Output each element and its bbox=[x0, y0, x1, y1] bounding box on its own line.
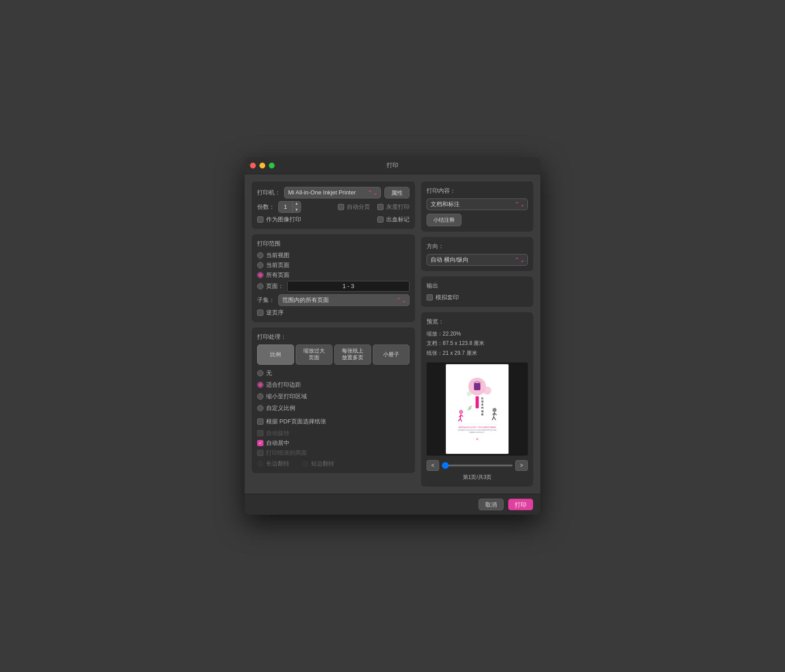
printer-row: 打印机： Mi All-in-One Inkjet Printer ⌃⌄ 属性 bbox=[257, 187, 410, 198]
content-select[interactable]: 文档和标注 bbox=[427, 198, 528, 210]
tab-booklet[interactable]: 小册子 bbox=[373, 345, 410, 365]
preview-image: 欢 迎 来 到 福 斯 bbox=[427, 362, 528, 456]
right-panel: 打印内容： 文档和标注 ⌃⌄ 小结注释 方向： 自动 横向/纵向 ⌃⌄ bbox=[421, 181, 533, 487]
svg-text:感谢您如全球6.5亿用户一样信任福昕PDF编辑器: 感谢您如全球6.5亿用户一样信任福昕PDF编辑器 bbox=[458, 426, 496, 428]
svg-text:问题,重施工作效率保住活。: 问题,重施工作效率保住活。 bbox=[469, 432, 486, 434]
range-pages-label: 页面： bbox=[266, 282, 284, 290]
svg-point-5 bbox=[467, 392, 472, 396]
size-none-label: 无 bbox=[266, 369, 272, 377]
maximize-button[interactable] bbox=[269, 163, 275, 168]
range-current-view[interactable]: 当前视图 bbox=[257, 251, 410, 259]
svg-text:斯: 斯 bbox=[481, 413, 484, 416]
pdf-page-size-checkbox bbox=[257, 418, 263, 425]
printer-label: 打印机： bbox=[257, 189, 280, 197]
reverse-order-checkbox bbox=[257, 310, 263, 316]
minimize-button[interactable] bbox=[259, 163, 265, 168]
grayscale-label: 灰度打印 bbox=[386, 203, 410, 211]
auto-rotate-wrapper[interactable]: 自动旋转 bbox=[257, 429, 410, 437]
range-current-page[interactable]: 当前页面 bbox=[257, 261, 410, 269]
svg-point-19 bbox=[492, 408, 496, 412]
properties-button[interactable]: 属性 bbox=[384, 187, 410, 198]
size-none-wrapper[interactable]: 无 bbox=[257, 369, 410, 377]
close-button[interactable] bbox=[250, 163, 256, 168]
size-custom-wrapper[interactable]: 自定义比例 bbox=[257, 404, 410, 412]
pages-input[interactable] bbox=[287, 281, 410, 292]
prev-page-button[interactable]: < bbox=[427, 460, 439, 471]
edge-flip-row: 长边翻转 短边翻转 bbox=[257, 460, 410, 468]
range-all-pages[interactable]: 所有页面 bbox=[257, 271, 410, 279]
print-range-title: 打印范围 bbox=[257, 240, 410, 248]
range-all-pages-radio bbox=[257, 272, 263, 278]
print-content-section: 打印内容： 文档和标注 ⌃⌄ 小结注释 bbox=[421, 181, 533, 232]
both-sides-label: 打印纸张的两面 bbox=[266, 449, 307, 457]
pages-row: 页面： bbox=[257, 281, 410, 292]
traffic-lights bbox=[250, 163, 275, 168]
direction-label: 方向： bbox=[427, 242, 528, 250]
long-edge-label: 长边翻转 bbox=[266, 460, 289, 468]
print-process-section: 打印处理： 比例 缩放过大 页面 每张纸上 放置多页 小册子 无 适合打印边距 bbox=[252, 327, 415, 473]
subset-select[interactable]: 范围内的所有页面 bbox=[278, 294, 410, 306]
auto-collate-checkbox-wrapper[interactable]: 自动分页 bbox=[338, 203, 370, 211]
svg-text:到: 到 bbox=[481, 407, 483, 409]
size-fit-wrapper[interactable]: 适合打印边距 bbox=[257, 381, 410, 389]
auto-rotate-checkbox bbox=[257, 430, 263, 436]
auto-collate-checkbox bbox=[338, 204, 344, 210]
reverse-order-wrapper[interactable]: 逆页序 bbox=[257, 309, 410, 317]
svg-text:您和编辑器可以轻松应对日常工作需求,快速解决PDF文档方面的: 您和编辑器可以轻松应对日常工作需求,快速解决PDF文档方面的 bbox=[457, 429, 496, 431]
zoom-label: 缩放： bbox=[427, 331, 443, 337]
print-dialog: 打印 打印机： Mi All-in-One Inkjet Printer ⌃⌄ … bbox=[245, 157, 540, 515]
copies-increment[interactable]: ▲ bbox=[293, 201, 301, 207]
preview-svg: 欢 迎 来 到 福 斯 bbox=[446, 370, 509, 450]
tab-multiple-pages[interactable]: 每张纸上 放置多页 bbox=[334, 345, 371, 365]
short-edge-wrapper[interactable]: 短边翻转 bbox=[302, 460, 334, 468]
window-title: 打印 bbox=[387, 161, 398, 169]
print-button[interactable]: 打印 bbox=[508, 499, 533, 510]
both-sides-checkbox bbox=[257, 450, 263, 456]
long-edge-radio bbox=[257, 461, 263, 467]
print-process-title: 打印处理： bbox=[257, 333, 410, 341]
print-content-label: 打印内容： bbox=[427, 187, 528, 195]
subset-row: 子集： 范围内的所有页面 ⌃⌄ bbox=[257, 294, 410, 306]
doc-value: 87.5 x 123.8 厘米 bbox=[443, 340, 484, 346]
range-all-pages-label: 所有页面 bbox=[266, 271, 289, 279]
size-options: 无 适合打印边距 缩小至打印区域 自定义比例 bbox=[257, 369, 410, 414]
grayscale-checkbox bbox=[377, 204, 384, 210]
paper-value: 21 x 29.7 厘米 bbox=[443, 350, 477, 356]
tab-oversized[interactable]: 缩放过大 页面 bbox=[296, 345, 332, 365]
printer-select-wrapper: Mi All-in-One Inkjet Printer ⌃⌄ bbox=[284, 187, 381, 198]
print-as-image-checkbox bbox=[257, 216, 263, 223]
process-tab-group: 比例 缩放过大 页面 每张纸上 放置多页 小册子 bbox=[257, 345, 410, 365]
copies-decrement[interactable]: ▼ bbox=[293, 207, 301, 213]
both-sides-wrapper[interactable]: 打印纸张的两面 bbox=[257, 449, 410, 457]
doc-label: 文档： bbox=[427, 340, 443, 346]
cancel-button[interactable]: 取消 bbox=[479, 499, 504, 510]
range-current-page-radio bbox=[257, 262, 263, 268]
copies-stepper[interactable]: 1 ▲ ▼ bbox=[278, 201, 301, 213]
simulate-overprint-wrapper[interactable]: 模拟套印 bbox=[427, 293, 528, 302]
page-slider[interactable] bbox=[442, 465, 513, 466]
simulate-overprint-label: 模拟套印 bbox=[436, 293, 459, 302]
auto-rotate-label: 自动旋转 bbox=[266, 429, 289, 437]
zoom-value: 22.20% bbox=[443, 331, 461, 337]
direction-select[interactable]: 自动 横向/纵向 bbox=[427, 254, 528, 266]
auto-center-wrapper[interactable]: 自动居中 bbox=[257, 439, 410, 447]
next-page-button[interactable]: > bbox=[515, 460, 528, 471]
size-fit-label: 适合打印边距 bbox=[266, 381, 301, 389]
short-edge-label: 短边翻转 bbox=[311, 460, 334, 468]
auto-center-checkbox bbox=[257, 440, 263, 446]
range-pages-radio-wrapper[interactable]: 页面： bbox=[257, 282, 284, 290]
range-pages-radio bbox=[257, 283, 263, 289]
pdf-page-size-wrapper[interactable]: 根据 PDF页面选择纸张 bbox=[257, 418, 410, 426]
printer-select[interactable]: Mi All-in-One Inkjet Printer bbox=[284, 187, 381, 198]
grayscale-checkbox-wrapper[interactable]: 灰度打印 bbox=[377, 203, 410, 211]
range-current-view-label: 当前视图 bbox=[266, 251, 289, 259]
preview-label: 预览： bbox=[427, 318, 528, 326]
tab-scale[interactable]: 比例 bbox=[257, 345, 294, 365]
long-edge-wrapper[interactable]: 长边翻转 bbox=[257, 460, 289, 468]
size-shrink-wrapper[interactable]: 缩小至打印区域 bbox=[257, 392, 410, 401]
print-range-section: 打印范围 当前视图 当前页面 所有页面 页面： bbox=[252, 234, 415, 322]
print-as-image-wrapper[interactable]: 作为图像打印 bbox=[257, 215, 301, 224]
svg-text:»: » bbox=[476, 437, 478, 441]
bleed-marks-wrapper[interactable]: 出血标记 bbox=[377, 215, 410, 224]
annotation-button[interactable]: 小结注释 bbox=[427, 214, 462, 226]
